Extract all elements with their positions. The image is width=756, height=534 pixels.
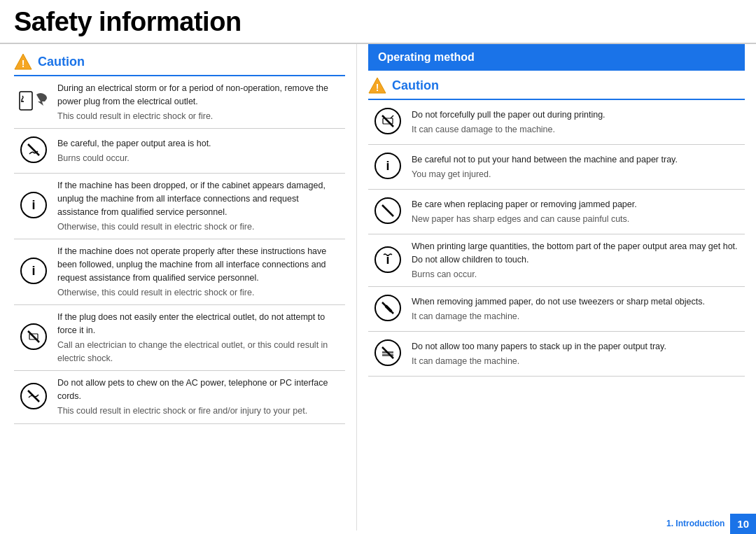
text-cell: When printing large quantities, the bott…	[410, 234, 745, 287]
caution-label-right: Caution	[392, 78, 439, 93]
table-row: Do not allow pets to chew on the AC powe…	[14, 371, 345, 423]
icon-cell: i	[368, 234, 410, 287]
icon-cell	[368, 190, 410, 234]
text-cell: Do not allow too many papers to stack up…	[410, 332, 745, 377]
svg-rect-31	[382, 354, 393, 356]
hand-machine-icon: i	[372, 150, 403, 181]
page-footer: 1. Introduction 10	[666, 513, 756, 534]
text-cell: If the machine does not operate properly…	[56, 239, 345, 305]
operating-method-banner: Operating method	[368, 44, 745, 71]
caution-triangle-icon: !	[14, 52, 32, 71]
icon-cell	[14, 76, 56, 129]
table-row: Be care when replacing paper or removing…	[368, 190, 745, 234]
footer-page-number: 10	[730, 514, 756, 534]
tweezers-paper-icon	[372, 293, 403, 323]
text-cell: During an electrical storm or for a peri…	[56, 76, 345, 129]
table-row: i If the machine has been dropped, or if…	[14, 174, 345, 239]
text-cell: Do not forcefully pull the paper out dur…	[410, 100, 745, 145]
caution-triangle-icon-right: !	[368, 76, 386, 94]
plug-force-icon	[18, 321, 49, 352]
stack-paper-icon	[372, 337, 403, 368]
text-cell: Be careful, the paper output area is hot…	[56, 129, 345, 174]
svg-text:!: !	[22, 58, 25, 69]
table-row: i If the machine does not operate proper…	[14, 239, 345, 305]
left-safety-table: During an electrical storm or for a peri…	[14, 76, 345, 424]
machine-malfunction-icon: i	[18, 255, 49, 286]
table-row: i When printing large quantities, the bo…	[368, 234, 745, 287]
text-cell: Be care when replacing paper or removing…	[410, 190, 745, 234]
icon-cell: i	[14, 239, 56, 305]
icon-cell	[14, 371, 56, 423]
icon-cell	[368, 287, 410, 332]
icon-cell: i	[368, 145, 410, 190]
pet-chew-icon	[18, 381, 49, 412]
page-header: Safety information	[0, 0, 756, 44]
icon-cell	[14, 129, 56, 174]
text-cell: When removing jammed paper, do not use t…	[410, 287, 745, 332]
hot-output-icon	[18, 134, 49, 165]
table-row: Do not allow too many papers to stack up…	[368, 332, 745, 377]
text-cell: Do not allow pets to chew on the AC powe…	[56, 371, 345, 423]
table-row: Be careful, the paper output area is hot…	[14, 129, 345, 174]
icon-cell: i	[14, 174, 56, 239]
machine-dropped-icon: i	[18, 190, 49, 220]
footer-introduction-text: 1. Introduction	[666, 513, 730, 534]
icon-cell	[368, 332, 410, 377]
svg-text:i: i	[31, 198, 35, 212]
jammed-paper-icon	[372, 195, 403, 226]
text-cell: If the machine has been dropped, or if t…	[56, 174, 345, 239]
caution-heading-left: ! Caution	[14, 52, 345, 71]
svg-text:i: i	[31, 264, 35, 278]
hot-bottom-icon: i	[372, 244, 403, 275]
icon-cell	[368, 100, 410, 145]
caution-heading-right: ! Caution	[368, 76, 745, 94]
right-safety-table: Do not forcefully pull the paper out dur…	[368, 100, 745, 377]
svg-rect-30	[382, 351, 393, 353]
table-row: During an electrical storm or for a peri…	[14, 76, 345, 129]
svg-line-23	[382, 205, 393, 216]
pull-paper-icon	[372, 106, 403, 136]
text-cell: Be careful not to put your hand between …	[410, 145, 745, 190]
table-row: i Be careful not to put your hand betwee…	[368, 145, 745, 190]
table-row: If the plug does not easily enter the el…	[14, 305, 345, 371]
svg-text:!: !	[376, 82, 379, 93]
icon-cell	[14, 305, 56, 371]
svg-line-27	[382, 302, 393, 314]
caution-label-left: Caution	[38, 55, 85, 69]
operating-method-label: Operating method	[378, 51, 475, 63]
text-cell: If the plug does not easily enter the el…	[56, 305, 345, 371]
table-row: When removing jammed paper, do not use t…	[368, 287, 745, 332]
right-column: Operating method ! Caution	[357, 44, 756, 531]
main-content: ! Caution During an electrical storm or …	[0, 44, 756, 531]
left-column: ! Caution During an electrical storm or …	[0, 44, 357, 531]
table-row: Do not forcefully pull the paper out dur…	[368, 100, 745, 145]
electrical-storm-icon	[18, 86, 49, 117]
page-title: Safety information	[14, 7, 742, 37]
svg-text:i: i	[386, 159, 389, 173]
